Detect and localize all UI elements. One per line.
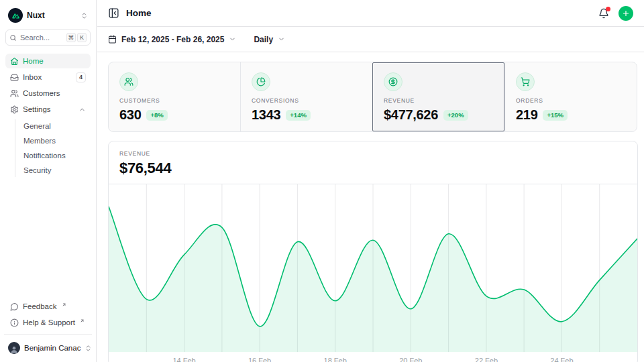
sidebar-item-members[interactable]: Members — [23, 134, 91, 147]
chevron-up-icon — [78, 106, 86, 113]
help-support-link[interactable]: Help & Support — [5, 315, 91, 330]
settings-subnav: General Members Notifications Security — [15, 119, 91, 177]
inbox-count-badge: 4 — [76, 72, 86, 82]
sub-item-label: General — [23, 122, 51, 130]
user-name: Benjamin Canac — [24, 344, 80, 352]
revenue-chart-card: REVENUE $76,544 14 Feb16 Feb18 Feb20 Feb… — [108, 141, 638, 362]
plus-icon — [622, 9, 630, 17]
sidebar: Nuxt Search... ⌘ K Home — [0, 0, 97, 362]
search-input[interactable]: Search... ⌘ K — [5, 29, 91, 46]
header-actions — [598, 6, 633, 21]
sidebar-item-notifications[interactable]: Notifications — [23, 149, 91, 162]
user-menu-button[interactable]: Benjamin Canac — [5, 339, 91, 357]
chevrons-up-down-icon — [85, 345, 92, 352]
stat-label: ORDERS — [516, 97, 626, 104]
sidebar-item-settings[interactable]: Settings — [5, 102, 91, 117]
add-button[interactable] — [619, 6, 633, 21]
stat-value: $477,626 — [384, 107, 438, 123]
stat-label: REVENUE — [384, 97, 494, 104]
kbd-k: K — [77, 33, 87, 42]
stat-card-revenue[interactable]: REVENUE $477,626 +20% — [372, 62, 504, 131]
search-shortcut: ⌘ K — [66, 33, 87, 42]
help-icon — [10, 318, 19, 327]
svg-text:18 Feb: 18 Feb — [324, 357, 347, 362]
calendar-icon — [108, 35, 117, 44]
period-value: Daily — [254, 35, 273, 44]
revenue-chart[interactable]: 14 Feb16 Feb18 Feb20 Feb22 Feb24 Feb — [109, 184, 637, 362]
svg-text:20 Feb: 20 Feb — [399, 357, 422, 362]
external-link-icon — [62, 302, 66, 307]
stat-delta-badge: +8% — [146, 110, 167, 121]
stat-label: CONVERSIONS — [252, 97, 362, 104]
sidebar-item-label: Home — [23, 57, 44, 65]
stat-value: 1343 — [252, 107, 280, 123]
footer-link-label: Feedback — [23, 302, 57, 310]
sidebar-item-inbox[interactable]: Inbox 4 — [5, 70, 91, 84]
stats-row: CUSTOMERS 630 +8% CONVERSIONS 1343 +14% — [108, 62, 637, 132]
sidebar-item-general[interactable]: General — [23, 119, 91, 133]
feedback-link[interactable]: Feedback — [5, 299, 91, 314]
sidebar-spacer — [5, 177, 91, 299]
date-range-picker[interactable]: Feb 12, 2025 - Feb 26, 2025 — [108, 35, 236, 44]
stat-card-conversions[interactable]: CONVERSIONS 1343 +14% — [240, 62, 372, 131]
nuxt-logo-icon — [8, 8, 23, 23]
notifications-button[interactable] — [598, 8, 609, 19]
sidebar-divider — [4, 335, 92, 335]
main-panel: Home Feb 12, 2025 - Feb 26, 2025 — [97, 0, 644, 362]
workspace-name: Nuxt — [27, 11, 45, 20]
page-title: Home — [126, 8, 152, 18]
sidebar-item-label: Settings — [23, 105, 51, 113]
stat-label: CUSTOMERS — [119, 97, 229, 104]
home-icon — [10, 57, 19, 66]
period-select[interactable]: Daily — [254, 35, 285, 44]
users-icon — [10, 89, 19, 98]
dashboard-content: CUSTOMERS 630 +8% CONVERSIONS 1343 +14% — [97, 52, 644, 362]
sidebar-nav: Home Inbox 4 Customers Settings — [5, 54, 91, 177]
kbd-cmd: ⌘ — [66, 33, 76, 42]
page-header: Home — [97, 0, 644, 27]
pie-chart-icon — [252, 72, 270, 91]
sub-item-label: Security — [23, 166, 52, 174]
users-icon — [119, 72, 138, 91]
inbox-icon — [10, 73, 19, 82]
notification-dot — [606, 7, 610, 11]
sidebar-collapse-button[interactable] — [108, 7, 119, 19]
sidebar-item-label: Inbox — [23, 73, 42, 81]
chevron-down-icon — [278, 36, 285, 43]
stat-card-customers[interactable]: CUSTOMERS 630 +8% — [109, 62, 240, 131]
chart-metric-label: REVENUE — [119, 150, 627, 157]
dashboard-app: Nuxt Search... ⌘ K Home — [0, 0, 644, 362]
svg-text:24 Feb: 24 Feb — [550, 357, 573, 362]
sidebar-item-home[interactable]: Home — [5, 54, 91, 68]
filters-toolbar: Feb 12, 2025 - Feb 26, 2025 Daily — [97, 27, 644, 52]
chart-metric-value: $76,544 — [119, 160, 627, 177]
footer-link-label: Help & Support — [23, 318, 75, 326]
external-link-icon — [80, 318, 85, 323]
stat-delta-badge: +15% — [543, 110, 568, 121]
chevrons-up-down-icon — [80, 12, 88, 19]
sidebar-item-security[interactable]: Security — [23, 164, 91, 177]
sidebar-footer-nav: Feedback Help & Support — [5, 299, 91, 330]
sidebar-item-customers[interactable]: Customers — [5, 86, 91, 101]
workspace-selector[interactable]: Nuxt — [5, 5, 91, 25]
svg-text:22 Feb: 22 Feb — [475, 357, 498, 362]
sub-item-label: Members — [23, 137, 56, 145]
stat-value: 219 — [516, 107, 537, 123]
chart-header: REVENUE $76,544 — [109, 141, 637, 184]
svg-text:14 Feb: 14 Feb — [172, 357, 195, 362]
user-avatar — [8, 342, 20, 354]
svg-text:16 Feb: 16 Feb — [248, 357, 271, 362]
dollar-icon — [384, 72, 402, 91]
stat-card-orders[interactable]: ORDERS 219 +15% — [504, 62, 637, 131]
stat-delta-badge: +14% — [286, 110, 311, 121]
chevron-down-icon — [229, 36, 236, 43]
stat-value: 630 — [119, 107, 141, 123]
sub-item-label: Notifications — [23, 152, 66, 160]
gear-icon — [10, 105, 19, 114]
sidebar-item-label: Customers — [23, 89, 60, 97]
cart-icon — [516, 72, 535, 91]
search-icon — [9, 34, 17, 42]
feedback-icon — [10, 302, 19, 311]
stat-delta-badge: +20% — [443, 110, 468, 121]
date-range-value: Feb 12, 2025 - Feb 26, 2025 — [121, 35, 224, 44]
